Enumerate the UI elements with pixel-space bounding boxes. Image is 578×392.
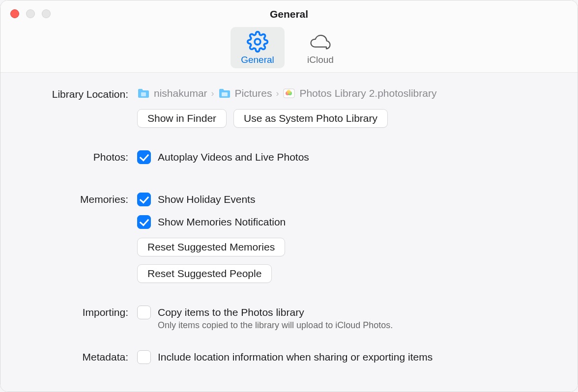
preferences-window: General General iCloud <box>0 0 578 392</box>
use-as-system-library-button[interactable]: Use as System Photo Library <box>233 109 388 128</box>
folder-icon <box>137 88 150 99</box>
tab-general-label: General <box>241 55 274 65</box>
breadcrumb-segment: nishakumar <box>154 87 207 99</box>
importing-label: Importing: <box>20 306 137 318</box>
window-title: General <box>0 0 578 20</box>
chevron-right-icon: › <box>276 88 279 99</box>
autoplay-checkbox[interactable] <box>137 150 151 164</box>
breadcrumb-segment: Photos Library 2.photoslibrary <box>299 87 436 99</box>
chevron-right-icon: › <box>211 88 214 99</box>
include-location-label: Include location information when sharin… <box>158 351 433 363</box>
photos-label: Photos: <box>20 150 137 163</box>
zoom-window-button[interactable] <box>42 9 51 18</box>
svg-rect-2 <box>222 92 228 96</box>
show-memories-notification-label: Show Memories Notification <box>158 216 286 228</box>
svg-point-0 <box>255 39 260 45</box>
breadcrumb-segment: Pictures <box>235 87 272 99</box>
cloud-icon <box>309 31 332 53</box>
svg-rect-1 <box>141 92 146 96</box>
autoplay-label: Autoplay Videos and Live Photos <box>158 151 309 163</box>
svg-point-6 <box>287 90 291 94</box>
reset-suggested-people-button[interactable]: Reset Suggested People <box>137 264 272 283</box>
metadata-label: Metadata: <box>20 350 137 363</box>
copy-items-checkbox[interactable] <box>137 306 151 319</box>
prefs-toolbar: General iCloud <box>0 27 578 68</box>
window-controls <box>10 9 51 18</box>
content-area: Library Location: nishakumar › Pictures … <box>0 73 578 392</box>
tab-icloud[interactable]: iCloud <box>293 27 347 68</box>
copy-items-label: Copy items to the Photos library <box>158 307 304 318</box>
library-location-label: Library Location: <box>20 87 137 100</box>
memories-label: Memories: <box>20 193 137 205</box>
row-memories: Memories: Show Holiday Events Show Memor… <box>20 193 558 283</box>
gear-icon <box>247 31 268 53</box>
row-photos: Photos: Autoplay Videos and Live Photos <box>20 150 558 170</box>
tab-icloud-label: iCloud <box>307 55 334 65</box>
row-metadata: Metadata: Include location information w… <box>20 350 558 364</box>
show-holiday-events-checkbox[interactable] <box>137 193 151 206</box>
photos-library-icon <box>283 88 295 99</box>
row-library-location: Library Location: nishakumar › Pictures … <box>20 87 558 128</box>
library-path-breadcrumb: nishakumar › Pictures › Photos Library 2… <box>137 87 558 99</box>
reset-suggested-memories-button[interactable]: Reset Suggested Memories <box>137 238 285 256</box>
show-in-finder-button[interactable]: Show in Finder <box>137 109 227 128</box>
importing-note: Only items copied to the library will up… <box>158 320 558 331</box>
minimize-window-button[interactable] <box>26 9 35 18</box>
close-window-button[interactable] <box>10 9 19 18</box>
row-importing: Importing: Copy items to the Photos libr… <box>20 306 558 331</box>
show-holiday-events-label: Show Holiday Events <box>158 194 255 205</box>
titlebar: General General iCloud <box>0 0 578 73</box>
include-location-checkbox[interactable] <box>137 350 151 364</box>
tab-general[interactable]: General <box>231 27 285 68</box>
folder-icon <box>218 88 231 99</box>
show-memories-notification-checkbox[interactable] <box>137 215 151 229</box>
